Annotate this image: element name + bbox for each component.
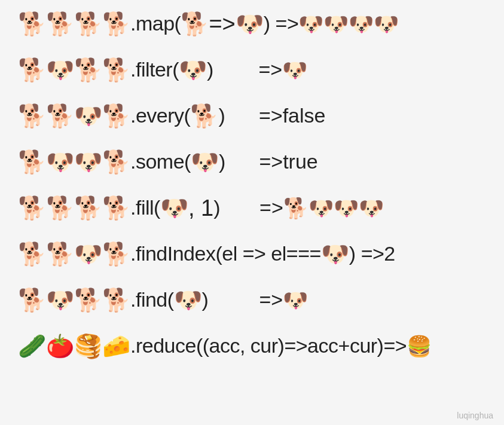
inner-emoji: 🐶 [191, 151, 219, 173]
inner-emoji: 🐕 [190, 105, 218, 127]
arrow-text: => [259, 196, 283, 219]
inner-emoji: 🐶, 1 [160, 197, 213, 219]
result-emoji: 🐶 [282, 60, 307, 80]
method-end: ) [218, 104, 225, 127]
result-text: true [283, 150, 318, 173]
code-line-every: 🐕🐕🐶🐕 .every( 🐕 ) => false [18, 104, 486, 127]
code-line-filter: 🐕🐶🐕🐕 .filter( 🐶 ) => 🐶 [18, 58, 486, 81]
method-end: ) => [264, 12, 298, 35]
method-text: .fill( [130, 196, 160, 219]
method-end: ) => [349, 242, 384, 265]
watermark-text: luqinghua [457, 411, 493, 420]
arrow-text: => [258, 58, 282, 81]
result-emoji: 🐶 [283, 290, 308, 310]
method-text: .map( [130, 12, 181, 35]
array-emoji: 🐕🐕🐕🐕 [18, 13, 130, 35]
spacing [225, 150, 259, 173]
spacing [213, 58, 259, 81]
array-emoji: 🐕🐶🐶🐕 [18, 151, 130, 173]
spacing [208, 288, 259, 311]
result-emoji: 🍔 [407, 336, 432, 356]
array-emoji: 🐕🐕🐶🐕 [18, 105, 130, 127]
code-line-find: 🐕🐶🐕🐕 .find( 🐶 ) => 🐶 [18, 288, 486, 311]
method-text: .reduce((acc, cur)=>acc+cur)=> [130, 334, 407, 357]
method-text: .find( [130, 288, 174, 311]
inner-emoji: 🐶 [179, 59, 207, 81]
spacing [220, 196, 259, 219]
method-text: .filter( [130, 58, 179, 81]
arrow-text: => [259, 288, 283, 311]
result-emoji: 🐕🐶🐶🐶 [283, 198, 384, 218]
method-end: ) [207, 58, 213, 81]
method-end: ) [219, 150, 225, 173]
method-text: .some( [130, 150, 191, 173]
code-line-map: 🐕🐕🐕🐕 .map( 🐕=>🐶 ) => 🐶🐶🐶🐶 [18, 12, 486, 35]
code-line-some: 🐕🐶🐶🐕 .some( 🐶 ) => true [18, 150, 486, 173]
array-emoji: 🐕🐕🐶🐕 [18, 243, 130, 265]
spacing [225, 104, 259, 127]
method-text: .findIndex(el => el=== [130, 242, 321, 265]
code-line-fill: 🐕🐕🐕🐕 .fill( 🐶, 1 ) => 🐕🐶🐶🐶 [18, 196, 486, 219]
array-emoji: 🥒🍅🥞🧀 [18, 335, 130, 357]
array-emoji: 🐕🐶🐕🐕 [18, 59, 130, 81]
array-emoji: 🐕🐶🐕🐕 [18, 289, 130, 311]
method-end: ) [213, 196, 220, 219]
result-text: 2 [384, 242, 395, 265]
arrow-text: => [259, 104, 283, 127]
method-text: .every( [130, 104, 190, 127]
code-line-reduce: 🥒🍅🥞🧀 .reduce((acc, cur)=>acc+cur)=> 🍔 [18, 334, 486, 357]
code-line-findindex: 🐕🐕🐶🐕 .findIndex(el => el=== 🐶 ) => 2 [18, 242, 486, 265]
method-end: ) [202, 288, 209, 311]
arrow-text: => [259, 150, 283, 173]
array-emoji: 🐕🐕🐕🐕 [18, 197, 130, 219]
result-text: false [283, 104, 326, 127]
inner-emoji: 🐶 [321, 243, 349, 265]
result-emoji: 🐶🐶🐶🐶 [298, 14, 399, 34]
inner-emoji: 🐶 [174, 289, 202, 311]
inner-emoji: 🐕=>🐶 [181, 13, 263, 35]
